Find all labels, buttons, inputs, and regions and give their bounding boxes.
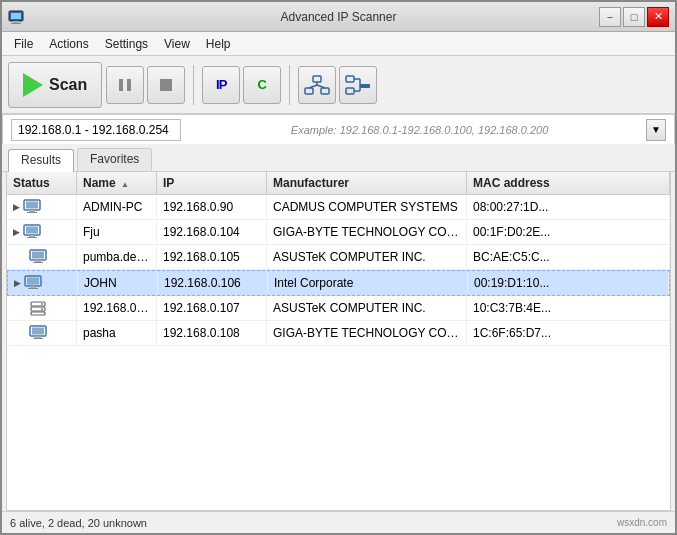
svg-rect-1 [11,13,21,19]
row-name: ADMIN-PC [77,196,157,218]
svg-line-11 [309,85,317,88]
row-mac: 00:1F:D0:2E... [467,221,670,243]
row-status [7,296,77,320]
svg-rect-34 [28,288,38,289]
svg-point-38 [41,303,43,305]
tabs-container: Results Favorites [2,144,675,172]
table-header: Status Name ▲ IP Manufacturer MAC addres… [7,172,670,195]
row-mac: 10:C3:7B:4E... [467,297,670,319]
menu-settings[interactable]: Settings [97,35,156,53]
row-manufacturer: CADMUS COMPUTER SYSTEMS [267,196,467,218]
expand-icon[interactable]: ▶ [14,278,21,288]
minimize-button[interactable]: − [599,7,621,27]
results-container[interactable]: Status Name ▲ IP Manufacturer MAC addres… [6,172,671,511]
maximize-button[interactable]: □ [623,7,645,27]
svg-rect-7 [313,76,321,82]
row-manufacturer: ASUSTeK COMPUTER INC. [267,246,467,268]
app-icon [8,9,24,25]
row-ip: 192.168.0.106 [158,272,268,294]
pause-button[interactable] [106,66,144,104]
tab-favorites[interactable]: Favorites [77,148,152,171]
table-row[interactable]: ▶ Fju 192.168.0.104 GIGA-BYTE TECHNOLOGY… [7,220,670,245]
menu-help[interactable]: Help [198,35,239,53]
svg-rect-32 [27,278,39,285]
svg-rect-9 [321,88,329,94]
svg-rect-41 [32,328,44,335]
row-ip: 192.168.0.90 [157,196,267,218]
status-text: 6 alive, 2 dead, 20 unknown [10,517,147,529]
row-ip: 192.168.0.108 [157,322,267,344]
network-tools-group [298,66,377,104]
expand-icon[interactable]: ▶ [13,202,20,212]
ip-range-input[interactable] [11,119,181,141]
network-btn-2[interactable] [339,66,377,104]
device-monitor-icon [24,275,42,291]
svg-rect-43 [33,338,43,339]
menu-bar: File Actions Settings View Help [2,32,675,56]
c-icon: C [258,77,267,92]
network-btn-1[interactable] [298,66,336,104]
menu-actions[interactable]: Actions [41,35,96,53]
play-icon [23,73,43,97]
close-button[interactable]: ✕ [647,7,669,27]
ip-button[interactable]: IP [202,66,240,104]
header-status: Status [7,172,77,194]
svg-rect-26 [27,237,37,238]
header-ip: IP [157,172,267,194]
svg-point-39 [41,308,43,310]
table-row[interactable]: pumba.dev.local 192.168.0.105 ASUSTeK CO… [7,245,670,270]
table-row[interactable]: ▶ ADMIN-PC 192.168.0.90 CADMUS COMPUTER … [7,195,670,220]
svg-rect-20 [26,202,38,209]
scan-button[interactable]: Scan [8,62,102,108]
toolbar-sep-2 [289,65,290,105]
window-controls: − □ ✕ [599,7,669,27]
device-monitor-icon [23,199,41,215]
row-ip: 192.168.0.107 [157,297,267,319]
svg-rect-33 [30,286,36,288]
svg-rect-14 [346,88,354,94]
row-name: pasha [77,322,157,344]
svg-rect-29 [35,260,41,262]
expand-icon[interactable]: ▶ [13,227,20,237]
stop-button[interactable] [147,66,185,104]
pause-stop-group [106,66,185,104]
row-manufacturer: GIGA-BYTE TECHNOLOGY CO.,LTD. [267,221,467,243]
row-manufacturer: GIGA-BYTE TECHNOLOGY CO.,LTD. [267,322,467,344]
toolbar: Scan IP C [2,56,675,114]
svg-rect-2 [13,21,19,23]
svg-rect-6 [160,79,172,91]
sort-arrow: ▲ [121,180,129,189]
svg-rect-30 [33,262,43,263]
row-ip: 192.168.0.105 [157,246,267,268]
pause-icon [116,76,134,94]
watermark-text: wsxdn.com [617,517,667,528]
app-window: Advanced IP Scanner − □ ✕ File Actions S… [0,0,677,535]
title-bar-left [8,9,24,25]
row-mac: 08:00:27:1D... [467,196,670,218]
row-status: ▶ [8,271,78,295]
status-bar: 6 alive, 2 dead, 20 unknown wsxdn.com [2,511,675,533]
svg-rect-8 [305,88,313,94]
table-row[interactable]: 192.168.0.107 192.168.0.107 ASUSTeK COMP… [7,296,670,321]
header-name: Name ▲ [77,172,157,194]
stop-icon [157,76,175,94]
row-mac: 1C:6F:65:D7... [467,322,670,344]
scan-label: Scan [49,76,87,94]
row-status [7,321,77,345]
device-monitor-icon [29,249,47,265]
table-row[interactable]: pasha 192.168.0.108 GIGA-BYTE TECHNOLOGY… [7,321,670,346]
c-button[interactable]: C [243,66,281,104]
svg-rect-37 [31,312,45,315]
menu-view[interactable]: View [156,35,198,53]
menu-file[interactable]: File [6,35,41,53]
svg-rect-22 [27,212,37,213]
device-monitor-icon [29,325,47,341]
table-row[interactable]: ▶ JOHN 192.168.0.106 Intel Corporate 00:… [7,270,670,296]
row-name: JOHN [78,272,158,294]
ip-range-dropdown-button[interactable]: ▼ [646,119,666,141]
row-name: Fju [77,221,157,243]
svg-rect-18 [360,84,370,88]
svg-rect-13 [346,76,354,82]
tab-results[interactable]: Results [8,149,74,172]
row-status [7,245,77,269]
